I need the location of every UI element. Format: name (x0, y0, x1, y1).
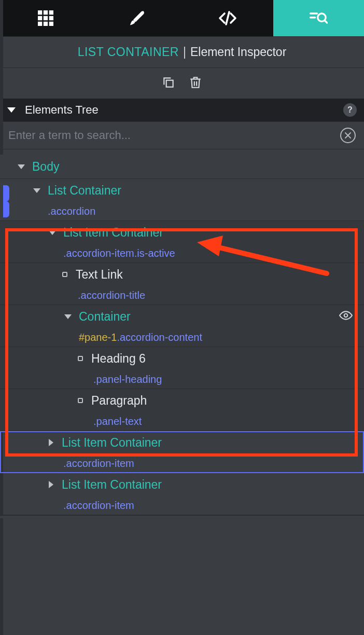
svg-rect-5 (49, 16, 53, 20)
element-label: Text Link (76, 268, 123, 282)
element-label: Container (79, 310, 131, 324)
chevron-down-icon[interactable] (18, 164, 25, 169)
class-label: .panel-text (93, 416, 142, 427)
tree-row-item-3[interactable]: List Item Container .accordion-item (0, 473, 364, 515)
class-label: .accordion-content (117, 332, 202, 343)
svg-rect-4 (44, 16, 48, 20)
id-label: #pane-1 (79, 332, 117, 343)
chevron-right-icon[interactable] (49, 481, 53, 488)
chevron-down-icon[interactable] (49, 230, 56, 235)
chevron-down-icon[interactable] (64, 314, 72, 319)
brush-icon (127, 9, 146, 27)
class-label: .accordion-item (63, 500, 134, 512)
inspect-icon (309, 9, 328, 27)
trash-icon (189, 76, 202, 89)
element-label: List Item Container (62, 478, 162, 492)
svg-line-13 (325, 21, 327, 23)
duplicate-button[interactable] (162, 76, 175, 91)
top-tabbar (0, 0, 364, 36)
search-row (0, 121, 364, 149)
tab-code[interactable] (182, 0, 273, 36)
svg-rect-7 (44, 22, 48, 26)
svg-rect-1 (44, 10, 48, 15)
section-header[interactable]: Elements Tree ? (0, 99, 364, 121)
section-title: Elements Tree (25, 103, 99, 117)
tab-brush[interactable] (91, 0, 183, 36)
help-button[interactable]: ? (343, 103, 357, 117)
breadcrumb-element[interactable]: LIST CONTAINER (78, 45, 179, 59)
tree-end (0, 515, 364, 518)
class-label: .accordion (48, 205, 95, 217)
svg-rect-14 (166, 80, 173, 87)
tree-row-text-link[interactable]: Text Link .accordion-title (0, 263, 364, 305)
class-label: .accordion-title (78, 289, 145, 301)
tree-row-item-active[interactable]: List Item Container .accordion-item.is-a… (0, 221, 364, 263)
svg-rect-8 (49, 22, 53, 26)
class-label: .panel-heading (93, 374, 162, 385)
tree-row-paragraph[interactable]: Paragraph .panel-text (0, 389, 364, 431)
svg-rect-3 (38, 16, 42, 20)
duplicate-icon (162, 76, 175, 89)
visibility-toggle[interactable] (339, 311, 353, 322)
tab-grid[interactable] (0, 0, 91, 36)
breadcrumb-sep: | (183, 45, 186, 59)
element-label: Body (32, 160, 59, 174)
selection-notch (3, 185, 9, 217)
svg-line-9 (226, 12, 229, 24)
leaf-icon (62, 272, 67, 277)
chevron-right-icon[interactable] (49, 439, 53, 446)
class-label: .accordion-item.is-active (63, 247, 175, 259)
elements-tree: Body List Container .accordion List Ite (0, 149, 364, 521)
chevron-down-icon[interactable] (33, 188, 40, 193)
search-input[interactable] (8, 129, 340, 142)
svg-rect-6 (38, 22, 42, 26)
element-label: List Item Container (62, 436, 162, 450)
leaf-icon (78, 356, 83, 361)
svg-point-19 (344, 314, 348, 318)
element-label: List Container (48, 184, 121, 198)
breadcrumb: LIST CONTAINER | Element Inspector (0, 36, 364, 67)
chevron-down-icon (7, 107, 16, 113)
tree-row-list-container[interactable]: List Container .accordion (0, 179, 364, 221)
svg-rect-0 (38, 10, 42, 15)
element-label: List Item Container (63, 226, 163, 240)
clear-search-button[interactable] (340, 128, 356, 143)
element-label: Heading 6 (91, 352, 146, 366)
breadcrumb-title: Element Inspector (190, 45, 286, 59)
class-label: .accordion-item (63, 458, 134, 470)
actions-row (0, 67, 364, 99)
eye-icon (339, 311, 353, 320)
element-label: Paragraph (91, 394, 147, 408)
close-icon (344, 132, 352, 139)
delete-button[interactable] (189, 76, 202, 91)
tree-row-body[interactable]: Body (0, 155, 364, 179)
inspector-panel: LIST CONTAINER | Element Inspector Eleme… (0, 0, 364, 635)
grid-icon (36, 9, 55, 27)
svg-rect-2 (49, 10, 53, 15)
tree-row-heading6[interactable]: Heading 6 .panel-heading (0, 347, 364, 389)
tree-row-item-2[interactable]: List Item Container .accordion-item (0, 431, 364, 473)
tab-inspect[interactable] (273, 0, 365, 36)
leaf-icon (78, 398, 83, 403)
tree-row-container[interactable]: Container #pane-1.accordion-content (0, 305, 364, 347)
code-icon (218, 9, 237, 27)
